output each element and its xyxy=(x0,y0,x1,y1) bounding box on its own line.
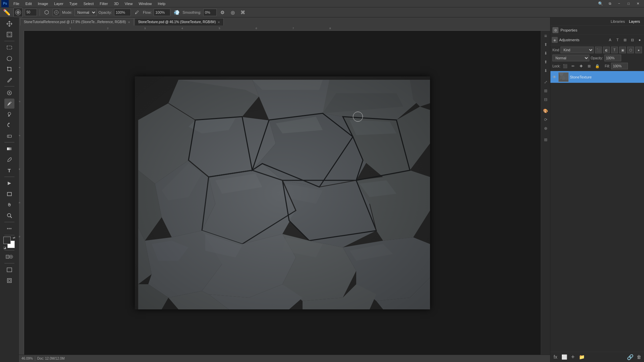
layer-item-stonetexture[interactable]: 👁 StoneTexture xyxy=(550,71,644,83)
frame-btn[interactable] xyxy=(4,276,14,286)
side-icon-2[interactable]: ⬇ xyxy=(542,50,549,57)
eyedropper-tool[interactable] xyxy=(4,75,14,85)
history-brush-tool[interactable] xyxy=(4,120,14,130)
clone-stamp-tool[interactable] xyxy=(4,109,14,119)
lock-image-icon[interactable]: ✏ xyxy=(570,63,577,69)
opacity-input[interactable] xyxy=(114,9,131,16)
crop-tool[interactable] xyxy=(4,64,14,74)
adj-icon-2[interactable]: T xyxy=(614,37,621,43)
menu-help[interactable]: Help xyxy=(155,1,168,6)
zoom-tool[interactable] xyxy=(4,210,14,221)
canvas[interactable] xyxy=(135,76,430,309)
add-adjustment-btn[interactable]: fx xyxy=(552,353,559,361)
kind-icon-shape[interactable]: ▣ xyxy=(619,47,626,53)
pressure-opacity-btn[interactable]: 🖊 xyxy=(133,8,141,16)
menu-image[interactable]: Image xyxy=(35,1,51,6)
symmetry-btn[interactable]: ⌘ xyxy=(239,8,247,16)
hardness-toggle[interactable]: ⬡ xyxy=(43,8,51,16)
lock-artboard-icon[interactable]: ⊞ xyxy=(586,63,593,69)
more-tools-btn[interactable]: ••• xyxy=(4,224,14,234)
add-layer-btn[interactable]: + xyxy=(569,353,577,361)
link-layers-btn[interactable]: 🔗 xyxy=(627,353,634,361)
menu-view[interactable]: View xyxy=(122,1,136,6)
kind-icon-type[interactable]: T xyxy=(611,47,618,53)
swap-colors-icon[interactable]: ⇄ xyxy=(13,236,15,239)
hand-tool[interactable] xyxy=(4,200,14,210)
pen-tool[interactable] xyxy=(4,155,14,165)
tab-reference-close[interactable]: × xyxy=(128,20,130,24)
default-colors-icon[interactable]: ◪ xyxy=(3,246,6,249)
search-btn[interactable]: 🔍 xyxy=(596,0,605,7)
kind-dropdown[interactable]: Kind xyxy=(560,47,594,53)
delete-layer-btn[interactable]: 🗑 xyxy=(635,353,643,361)
adj-icon-1[interactable]: A xyxy=(607,37,613,43)
side-icon-1[interactable]: ⬆ xyxy=(542,41,549,48)
side-icon-3[interactable]: ⬆ xyxy=(542,58,549,66)
maximize-button[interactable]: □ xyxy=(624,0,633,7)
healing-tool[interactable] xyxy=(4,88,14,98)
minimize-button[interactable]: − xyxy=(614,0,624,7)
shape-tool[interactable] xyxy=(4,189,14,199)
tab-libraries[interactable]: Libraries xyxy=(609,19,627,24)
menu-window[interactable]: Window xyxy=(136,1,154,6)
smoothing-settings-btn[interactable]: ⚙ xyxy=(219,8,227,16)
menu-filter[interactable]: Filter xyxy=(97,1,110,6)
side-icon-5[interactable]: ⤢ xyxy=(542,78,549,86)
brush-tool[interactable] xyxy=(4,99,14,109)
adj-icon-5[interactable]: ● xyxy=(637,37,643,43)
side-icon-9[interactable]: ⟳ xyxy=(542,116,549,123)
fill-value[interactable] xyxy=(611,63,628,69)
marquee-tool[interactable] xyxy=(4,43,14,53)
layer-visibility-icon[interactable]: 👁 xyxy=(552,74,557,80)
lasso-tool[interactable] xyxy=(4,53,14,63)
path-selection-tool[interactable] xyxy=(4,178,14,188)
kind-icon-adjustment[interactable]: ◐ xyxy=(603,47,610,53)
side-icon-11[interactable]: ⊞ xyxy=(542,136,549,143)
quick-mask-btn[interactable] xyxy=(4,252,14,262)
tab-texture-close[interactable]: × xyxy=(218,20,220,24)
brush-angle-icon[interactable] xyxy=(53,9,60,16)
menu-select[interactable]: Select xyxy=(81,1,97,6)
lock-all-icon[interactable]: 🔒 xyxy=(594,63,601,69)
adj-icon-4[interactable]: ⊟ xyxy=(629,37,635,43)
artboard-tool[interactable] xyxy=(4,29,14,40)
brush-preset-picker[interactable] xyxy=(13,8,23,17)
adj-icon-3[interactable]: ⊞ xyxy=(622,37,628,43)
canvas-scroll[interactable] xyxy=(24,31,541,355)
flow-input[interactable] xyxy=(154,9,170,16)
menu-type[interactable]: Type xyxy=(67,1,80,6)
layout-btn[interactable]: ⧉ xyxy=(605,0,614,7)
kind-icon-smart[interactable]: ⬡ xyxy=(627,47,634,53)
side-icon-4[interactable]: ⬇ xyxy=(542,67,549,74)
lock-transparent-icon[interactable]: ⬛ xyxy=(562,63,569,69)
blend-mode-dropdown[interactable]: Normal xyxy=(552,55,589,61)
close-button[interactable]: ✕ xyxy=(633,0,643,7)
side-icon-6[interactable]: ⊞ xyxy=(542,87,549,95)
side-icon-10[interactable]: ⊕ xyxy=(542,125,549,132)
add-mask-btn[interactable]: ⬜ xyxy=(560,353,568,361)
tab-layers[interactable]: Layers xyxy=(627,19,642,24)
smoothing-input[interactable] xyxy=(203,9,217,16)
kind-icon-extra[interactable]: ● xyxy=(635,47,642,53)
tab-reference[interactable]: StoneTutorialReference.psd @ 17.9% (Ston… xyxy=(20,18,134,25)
lock-position-icon[interactable]: ✚ xyxy=(578,63,585,69)
gradient-tool[interactable] xyxy=(4,144,14,154)
eraser-tool[interactable] xyxy=(4,131,14,141)
side-collapse-top[interactable]: ≡ xyxy=(542,32,549,40)
side-icon-8[interactable]: 🎨 xyxy=(542,107,549,115)
menu-edit[interactable]: Edit xyxy=(23,1,35,6)
foreground-color-swatch[interactable] xyxy=(3,237,11,244)
opacity-value[interactable] xyxy=(604,55,621,61)
angle-btn[interactable]: ◎ xyxy=(229,8,237,16)
text-tool[interactable]: T xyxy=(4,165,14,175)
create-group-btn[interactable]: 📁 xyxy=(578,353,585,361)
tab-texture[interactable]: StoneTexture.psd @ 46.1% (StoneTexture, … xyxy=(135,18,224,25)
move-tool[interactable] xyxy=(4,19,14,29)
side-icon-7[interactable]: ⊟ xyxy=(542,96,549,103)
kind-icon-pixel[interactable]: ⬛ xyxy=(595,47,602,53)
menu-file[interactable]: File xyxy=(11,1,22,6)
mode-dropdown[interactable]: Normal xyxy=(74,9,97,16)
screen-mode-btn[interactable] xyxy=(4,265,14,275)
airbrush-btn[interactable]: 💨 xyxy=(172,8,180,16)
menu-3d[interactable]: 3D xyxy=(111,1,121,6)
